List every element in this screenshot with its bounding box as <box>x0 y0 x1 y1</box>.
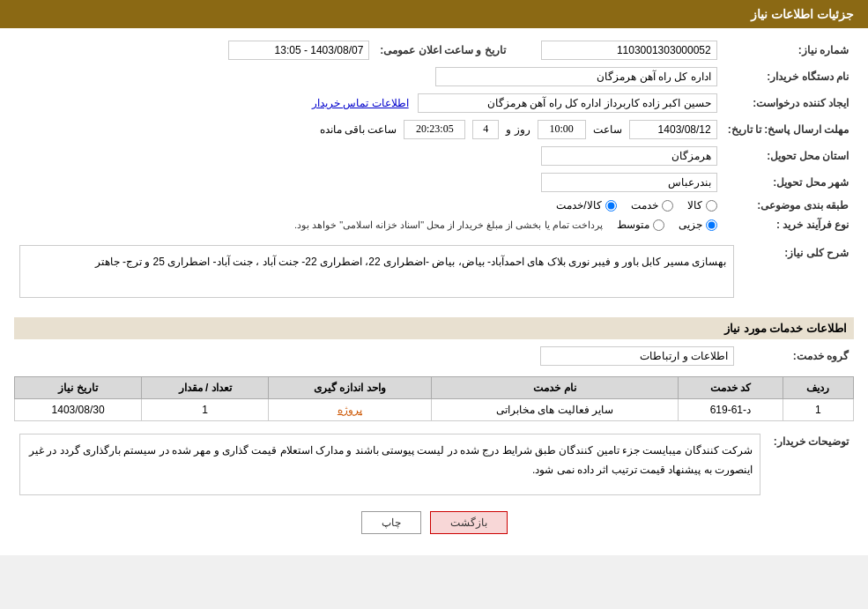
col-service-name: نام خدمت <box>431 377 678 399</box>
province-value: هرمزگان <box>541 146 717 166</box>
cell-unit[interactable]: پروژه <box>269 399 431 421</box>
request-number-label: شماره نیاز: <box>723 37 854 63</box>
creator-label: ایجاد کننده درخواست: <box>723 90 854 116</box>
reply-time-label: ساعت <box>593 123 622 136</box>
col-quantity: تعداد / مقدار <box>142 377 269 399</box>
col-service-code: کد خدمت <box>679 377 783 399</box>
cell-service-code: د-61-619 <box>679 399 783 421</box>
buyer-notes-value: شرکت کنندگان میبایست جزء تامین کنندگان ط… <box>19 434 760 495</box>
announce-date-label: تاریخ و ساعت اعلان عمومی: <box>375 37 510 63</box>
announce-date-value: 1403/08/07 - 13:05 <box>228 41 369 60</box>
col-date: تاریخ نیاز <box>15 377 142 399</box>
services-table: ردیف کد خدمت نام خدمت واحد اندازه گیری ت… <box>14 376 854 421</box>
category-label: طبقه بندی موضوعی: <box>723 196 854 215</box>
process-partial-label: جزیی <box>679 219 702 231</box>
process-note: پرداخت تمام یا بخشی از مبلغ خریدار از مح… <box>294 219 603 231</box>
process-medium-option[interactable]: متوسط <box>617 219 664 231</box>
process-partial-option[interactable]: جزیی <box>679 219 717 231</box>
reply-days-value: 4 <box>472 120 499 139</box>
city-label: شهر محل تحویل: <box>723 169 854 196</box>
service-group-label: گروه خدمت: <box>739 343 854 369</box>
page-header: جزئیات اطلاعات نیاز <box>0 0 868 28</box>
buyer-org-value: اداره کل راه آهن هرمزگان <box>435 67 717 86</box>
reply-remaining-label: ساعت باقی مانده <box>320 123 397 136</box>
table-row: 1 د-61-619 سایر فعالیت های مخابراتی پروژ… <box>15 399 854 421</box>
description-label: شرح کلی نیاز: <box>739 241 854 310</box>
process-medium-radio[interactable] <box>653 219 664 231</box>
reply-deadline-label: مهلت ارسال پاسخ: تا تاریخ: <box>723 116 854 143</box>
city-value: بندرعباس <box>541 173 717 192</box>
back-button[interactable]: بازگشت <box>430 511 508 534</box>
cell-row-num: 1 <box>783 399 853 421</box>
print-button[interactable]: چاپ <box>361 511 421 534</box>
buyer-org-label: نام دستگاه خریدار: <box>723 63 854 90</box>
category-goods-label: کالا <box>687 199 702 212</box>
category-goods-service-option[interactable]: کالا/خدمت <box>556 199 616 212</box>
province-label: استان محل تحویل: <box>723 143 854 169</box>
footer-buttons: بازگشت چاپ <box>14 511 854 534</box>
cell-quantity: 1 <box>142 399 269 421</box>
reply-remaining-value: 20:23:05 <box>404 120 465 139</box>
category-goods-service-radio[interactable] <box>605 200 617 212</box>
col-unit: واحد اندازه گیری <box>269 377 431 399</box>
request-number-value: 1103001303000052 <box>541 41 717 60</box>
service-group-value: اطلاعات و ارتباطات <box>540 346 734 366</box>
page-title: جزئیات اطلاعات نیاز <box>751 7 854 21</box>
buyer-notes-label: توضیحات خریدار: <box>766 430 854 499</box>
reply-time-value: 10:00 <box>538 120 586 139</box>
reply-date-value: 1403/08/12 <box>629 120 717 139</box>
category-goods-option[interactable]: کالا <box>687 199 717 212</box>
process-medium-label: متوسط <box>617 219 649 231</box>
cell-service-name: سایر فعالیت های مخابراتی <box>431 399 678 421</box>
cell-date: 1403/08/30 <box>15 399 142 421</box>
col-row-num: ردیف <box>783 377 853 399</box>
description-value: بهسازی مسیر کابل باور و فیبر نوری بلاک ه… <box>19 245 734 298</box>
process-partial-radio[interactable] <box>706 219 717 231</box>
category-service-label: خدمت <box>631 199 658 212</box>
process-label: نوع فرآیند خرید : <box>723 215 854 234</box>
category-goods-service-label: کالا/خدمت <box>556 199 601 212</box>
reply-days-label: روز و <box>506 123 530 136</box>
category-service-option[interactable]: خدمت <box>631 199 673 212</box>
services-section-header: اطلاعات خدمات مورد نیاز <box>14 317 854 339</box>
category-goods-radio[interactable] <box>706 200 717 212</box>
category-service-radio[interactable] <box>662 200 673 212</box>
creator-contact-link[interactable]: اطلاعات تماس خریدار <box>312 97 409 109</box>
creator-name: حسین اکبر زاده کاربرداز اداره کل راه آهن… <box>418 93 717 113</box>
